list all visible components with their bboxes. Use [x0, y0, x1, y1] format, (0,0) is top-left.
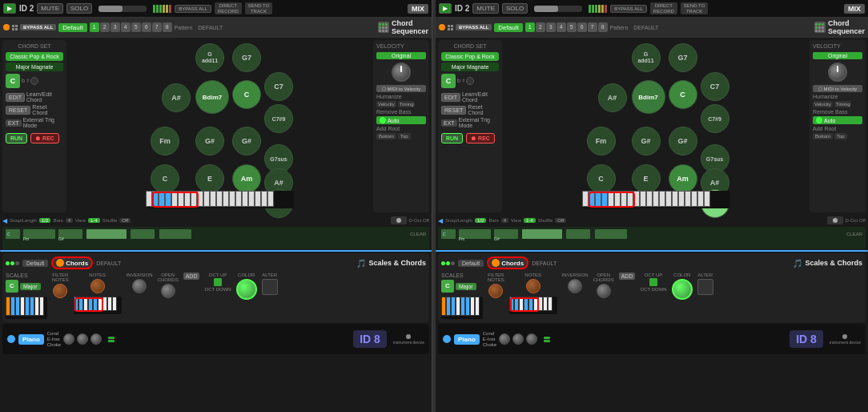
edit-btn-left[interactable]: EDIT [6, 93, 25, 102]
piano-key-wh10[interactable] [223, 191, 229, 207]
velocity-knob-left[interactable] [392, 63, 411, 82]
r-chord-node-g-add11[interactable]: Gadd11 [632, 43, 661, 72]
solo-btn-left[interactable]: SOLO [66, 3, 92, 14]
rec-btn-right[interactable]: ⏺ REC [466, 133, 495, 143]
octave-knob-left[interactable] [391, 216, 407, 224]
chord-node-am[interactable]: Am [232, 164, 261, 193]
inst-knob3-left[interactable] [90, 333, 102, 345]
vel-hum-btn[interactable]: Velocity [376, 101, 396, 107]
r-piano-key-wh6[interactable] [633, 191, 640, 207]
inst-knob2-left[interactable] [77, 333, 88, 345]
open-chords-knob-left[interactable] [161, 284, 175, 298]
midi-vel-btn-left[interactable]: ⬡ MIDI to Velocity [376, 85, 426, 92]
mix-btn-right[interactable]: MIX [844, 4, 865, 14]
chord-node-as-top[interactable]: A# [162, 83, 191, 112]
bypass-all-btn-right[interactable]: BYPASS ALL [610, 5, 647, 13]
r-piano-key-wh12[interactable] [672, 191, 678, 207]
piano-key-wh13[interactable] [242, 191, 248, 207]
power-btn-right[interactable]: ▶ [439, 3, 452, 14]
r-piano-key-wh17[interactable] [704, 191, 710, 207]
run-btn-left[interactable]: RUN [6, 133, 27, 143]
top-btn-right[interactable]: Top [834, 133, 847, 139]
pattern-num-3[interactable]: 3 [111, 22, 120, 32]
r-chord-node-e[interactable]: E [632, 164, 661, 193]
r-piano-key-active3[interactable] [601, 191, 608, 207]
piano-key-wh12[interactable] [235, 191, 242, 207]
r-scale-name[interactable]: Major [456, 283, 476, 290]
key-c-left[interactable]: C [6, 74, 20, 88]
shuffle-val-right[interactable]: Off [555, 218, 566, 223]
r-chord-node-c7s9[interactable]: C7#9 [701, 104, 729, 133]
chords-toggle-left[interactable]: Chords [51, 256, 93, 269]
r-color-knob[interactable] [672, 279, 693, 300]
r-piano-key-wh11[interactable] [665, 191, 672, 207]
scale-name-left[interactable]: Major [20, 283, 41, 290]
sc-preset-left[interactable]: Default [22, 260, 48, 267]
chord-node-c-bright[interactable]: C [232, 80, 261, 109]
alter-box-left[interactable] [262, 279, 278, 295]
r-chord-node-fm[interactable]: Fm [587, 127, 616, 156]
chord-node-fm[interactable]: Fm [151, 127, 179, 156]
bars-val-left[interactable]: 4 [66, 218, 73, 223]
piano-key-wh3[interactable] [178, 191, 184, 207]
r-pattern-num-5[interactable]: 5 [567, 22, 577, 32]
pattern-num-4[interactable]: 4 [121, 22, 131, 32]
piano-key-wh[interactable] [146, 191, 152, 207]
chord-node-gs-2[interactable]: G# [232, 127, 261, 156]
r-chord-node-c7[interactable]: C7 [701, 72, 729, 101]
r-chord-node-am[interactable]: Am [669, 164, 697, 193]
r-timing-hum-btn[interactable]: Timing [834, 101, 852, 107]
r-piano-key-wh14[interactable] [685, 191, 691, 207]
r-filter-notes-knob[interactable] [488, 284, 503, 298]
n-piano-key-w5[interactable] [112, 297, 117, 311]
r-pattern-num-1[interactable]: 1 [525, 22, 535, 32]
piano-key-wh17[interactable] [267, 191, 274, 207]
r-inst-knob3[interactable] [526, 333, 537, 345]
pattern-num-8[interactable]: 8 [163, 22, 172, 32]
r-preset-pop-rock[interactable]: Classic Pop & Rock [441, 52, 499, 61]
solo-btn-right[interactable]: SOLO [502, 3, 528, 14]
r-chord-node-c-bright[interactable]: C [669, 80, 697, 109]
r-pattern-num-6[interactable]: 6 [577, 22, 587, 32]
piano-icon-right[interactable]: Piano [454, 334, 480, 345]
bottom-btn-right[interactable]: Bottom [813, 133, 833, 139]
r-piano-key-wh2[interactable] [608, 191, 614, 207]
r-piano-key-wh13[interactable] [678, 191, 685, 207]
add-btn-left[interactable]: ADD [183, 273, 200, 280]
chord-node-g7[interactable]: G7 [232, 43, 261, 72]
power-btn-left[interactable]: ▶ [3, 3, 16, 14]
r-alter-box[interactable] [697, 279, 713, 295]
mute-btn-left[interactable]: MUTE [37, 3, 63, 14]
snap-12-right[interactable]: 1/2 [475, 218, 486, 223]
timing-hum-btn[interactable]: Timing [398, 101, 416, 107]
r-pattern-num-8[interactable]: 8 [598, 22, 608, 32]
r-chord-node-gs-2[interactable]: G# [669, 127, 697, 156]
r-notes-knob[interactable] [526, 279, 540, 293]
piano-key-wh4[interactable] [184, 191, 191, 207]
inversion-knob-left[interactable] [132, 279, 147, 293]
id8-logo-right[interactable]: ID 8 [790, 330, 823, 348]
key-c-right[interactable]: C [441, 74, 456, 88]
chord-node-c7s9[interactable]: C7#9 [264, 104, 293, 133]
piano-key-active[interactable] [152, 191, 159, 207]
shuffle-val-left[interactable]: Off [119, 218, 131, 223]
pattern-num-1[interactable]: 1 [90, 22, 99, 32]
piano-key-wh2[interactable] [171, 191, 178, 207]
piano-key-wh6[interactable] [197, 191, 203, 207]
chord-node-c-bot[interactable]: C [151, 164, 179, 193]
r-chord-node-as-top[interactable]: A# [598, 83, 627, 112]
rs-piano-key-w5[interactable] [475, 297, 480, 316]
chord-node-gs-1[interactable]: G# [195, 127, 224, 156]
r-open-chords-knob[interactable] [597, 284, 611, 298]
r-vel-hum-btn[interactable]: Velocity [813, 101, 833, 107]
piano-icon-left[interactable]: Piano [18, 334, 44, 345]
r-piano-key-active2[interactable] [595, 191, 601, 207]
octave-knob-right[interactable] [827, 216, 843, 224]
preset-pop-rock[interactable]: Classic Pop & Rock [6, 52, 63, 61]
rn-piano-key-w5[interactable] [548, 297, 553, 311]
r-chord-node-g7[interactable]: G7 [669, 43, 697, 72]
view-val-left[interactable]: 1-4 [88, 218, 100, 223]
r-chord-node-bdim7[interactable]: Bdim7 [632, 80, 665, 114]
r-chord-node-c-bot[interactable]: C [587, 164, 616, 193]
r-piano-key-wh10[interactable] [659, 191, 665, 207]
